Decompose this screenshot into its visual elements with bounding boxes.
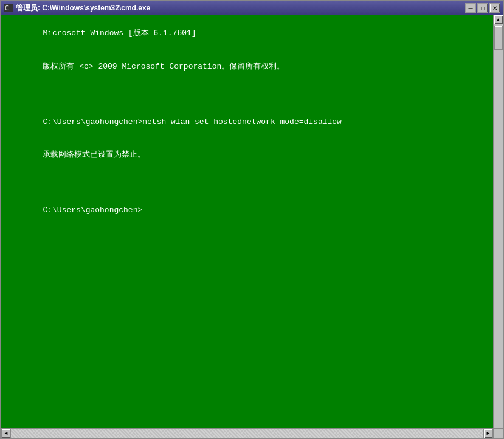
window-body: Microsoft Windows [版本 6.1.7601] 版权所有 <c>…: [1, 15, 503, 438]
vertical-scrollbar[interactable]: ▲ ▼: [493, 15, 503, 438]
terminal-line-2: 版权所有 <c> 2009 Microsoft Corporation。保留所有…: [43, 62, 285, 71]
scroll-right-button[interactable]: ►: [483, 429, 493, 438]
scroll-track-vertical[interactable]: [494, 24, 503, 428]
svg-text:C: C: [5, 5, 9, 12]
cmd-icon: C: [4, 3, 13, 13]
scroll-up-button[interactable]: ▲: [494, 15, 503, 24]
title-bar-left: C 管理员: C:\Windows\system32\cmd.exe: [4, 3, 150, 13]
terminal-line-7: C:\Users\gaohongchen>: [43, 206, 142, 215]
scrollbar-corner: [493, 428, 503, 438]
title-bar-buttons: ─ □ ✕: [465, 3, 500, 13]
horizontal-scrollbar[interactable]: ◄ ►: [1, 428, 493, 438]
minimize-button[interactable]: ─: [465, 3, 476, 13]
cmd-window: C 管理员: C:\Windows\system32\cmd.exe ─ □ ✕…: [0, 0, 504, 439]
terminal-line-4: C:\Users\gaohongchen>netsh wlan set host…: [43, 117, 341, 126]
terminal-output: Microsoft Windows [版本 6.1.7601] 版权所有 <c>…: [5, 17, 489, 227]
window-title: 管理员: C:\Windows\system32\cmd.exe: [16, 3, 150, 13]
close-button[interactable]: ✕: [489, 3, 500, 13]
maximize-button[interactable]: □: [477, 3, 488, 13]
terminal-line-1: Microsoft Windows [版本 6.1.7601]: [43, 29, 196, 38]
terminal-area[interactable]: Microsoft Windows [版本 6.1.7601] 版权所有 <c>…: [1, 15, 493, 438]
scroll-track-horizontal[interactable]: [11, 429, 483, 438]
terminal-line-5: 承载网络模式已设置为禁止。: [43, 150, 145, 159]
scroll-thumb-vertical[interactable]: [494, 26, 503, 50]
title-bar: C 管理员: C:\Windows\system32\cmd.exe ─ □ ✕: [1, 1, 503, 15]
scroll-left-button[interactable]: ◄: [1, 429, 11, 438]
